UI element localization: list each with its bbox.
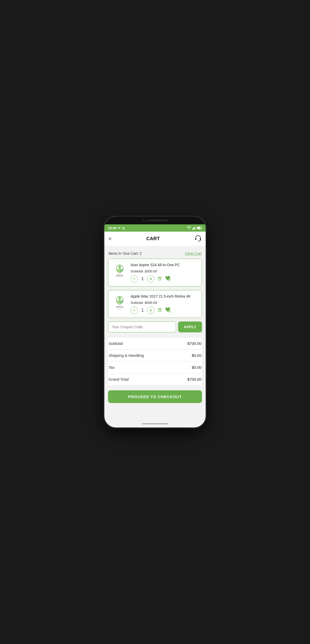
sim-icon: ▤	[122, 226, 125, 230]
checkout-button[interactable]: PROCEED TO CHECKOUT	[108, 390, 202, 403]
item-2-subtotal: Subtotal :$400.00	[131, 301, 198, 305]
item-2-wishlist-button[interactable]	[165, 307, 171, 314]
svg-point-25	[118, 297, 121, 301]
battery-icon	[197, 226, 202, 230]
subtotal-row: Subtotal $700.00	[109, 338, 201, 350]
cart-item-1: HEALTH BY ORGANICS Acer Aspire S24 All-I…	[108, 259, 202, 286]
phone-screen: 10:06 ⚙ ▤	[104, 217, 206, 427]
item-1-increase-button[interactable]	[147, 275, 154, 283]
svg-rect-3	[195, 226, 196, 230]
item-2-decrease-button[interactable]	[131, 307, 138, 314]
coupon-input[interactable]	[108, 321, 176, 332]
grand-total-label: Grand Total	[109, 377, 129, 381]
status-bar: 10:06 ⚙ ▤	[104, 224, 206, 232]
item-2-increase-button[interactable]	[147, 307, 154, 314]
shipping-row: Shipping & Handling $0.00	[109, 350, 201, 361]
svg-text:HEALTH: HEALTH	[116, 306, 123, 307]
page-title: CART	[146, 236, 160, 242]
status-icons	[187, 226, 202, 230]
headset-icon[interactable]	[195, 235, 201, 243]
subtotal-value: $700.00	[187, 341, 201, 346]
tax-label: Tax	[109, 365, 114, 370]
item-1-decrease-button[interactable]	[131, 275, 138, 283]
svg-text:BY ORGANICS: BY ORGANICS	[116, 276, 124, 277]
grand-total-row: Grand Total $700.00	[109, 373, 201, 385]
phone-bottom-bar	[104, 420, 206, 427]
svg-rect-6	[197, 227, 200, 229]
svg-rect-2	[194, 227, 195, 230]
speaker-bar	[147, 220, 168, 221]
price-summary: Subtotal $700.00 Shipping & Handling $0.…	[108, 338, 202, 385]
svg-rect-8	[200, 238, 201, 240]
svg-rect-7	[195, 238, 196, 240]
clear-cart-button[interactable]: Clear Cart	[185, 251, 201, 256]
shipping-value: $0.00	[192, 353, 201, 358]
item-1-wishlist-button[interactable]	[165, 276, 171, 282]
item-2-quantity: 1	[140, 308, 145, 313]
item-2-details: Apple iMac 2017 21.5-inch Retina 4K Subt…	[131, 294, 198, 314]
phone-top-bar	[104, 217, 206, 224]
app-header: < CART	[104, 232, 206, 246]
gear-icon: ⚙	[118, 226, 121, 230]
back-button[interactable]: <	[109, 236, 112, 242]
svg-point-10	[118, 265, 121, 270]
grand-total-value: $700.00	[187, 377, 201, 381]
item-2-name: Apple iMac 2017 21.5-inch Retina 4K	[131, 294, 198, 299]
svg-rect-33	[158, 309, 161, 312]
svg-text:BY ORGANICS: BY ORGANICS	[116, 308, 124, 309]
item-2-logo: HEALTH BY ORGANICS	[112, 294, 127, 310]
subtotal-label: Subtotal	[109, 341, 123, 346]
svg-rect-1	[193, 228, 194, 230]
signal-icon	[192, 226, 196, 230]
tax-row: Tax $0.00	[109, 361, 201, 373]
content-area: Items In Your Cart: 2 Clear Cart	[104, 246, 206, 420]
cart-count-text: Items In Your Cart: 2	[109, 251, 142, 256]
apply-coupon-button[interactable]: APPLY	[178, 321, 202, 332]
svg-text:HEALTH: HEALTH	[116, 274, 123, 276]
item-2-delete-button[interactable]	[157, 307, 162, 314]
shipping-label: Shipping & Handling	[109, 353, 144, 358]
item-1-quantity: 1	[140, 277, 145, 281]
cart-item-2: HEALTH BY ORGANICS Apple iMac 2017 21.5-…	[108, 290, 202, 318]
item-1-controls: 1	[131, 275, 198, 283]
status-time: 10:06	[108, 226, 117, 230]
item-1-logo: HEALTH BY ORGANICS	[112, 263, 127, 278]
svg-point-9	[198, 241, 199, 242]
svg-rect-0	[192, 229, 193, 230]
item-2-controls: 1	[131, 307, 198, 314]
phone-frame: 10:06 ⚙ ▤	[104, 217, 206, 427]
home-indicator	[142, 423, 168, 424]
cart-summary: Items In Your Cart: 2 Clear Cart	[108, 250, 202, 259]
coupon-section: APPLY	[108, 321, 202, 332]
svg-rect-5	[201, 227, 202, 229]
svg-rect-18	[158, 278, 161, 280]
camera-dot	[142, 219, 145, 222]
tax-value: $0.00	[192, 365, 201, 370]
item-1-details: Acer Aspire S24 All-In-One PC Subtotal :…	[131, 263, 198, 283]
wifi-icon	[187, 226, 191, 230]
item-1-subtotal: Subtotal :$300.00	[131, 269, 198, 273]
item-1-name: Acer Aspire S24 All-In-One PC	[131, 263, 198, 267]
item-1-delete-button[interactable]	[157, 276, 162, 282]
